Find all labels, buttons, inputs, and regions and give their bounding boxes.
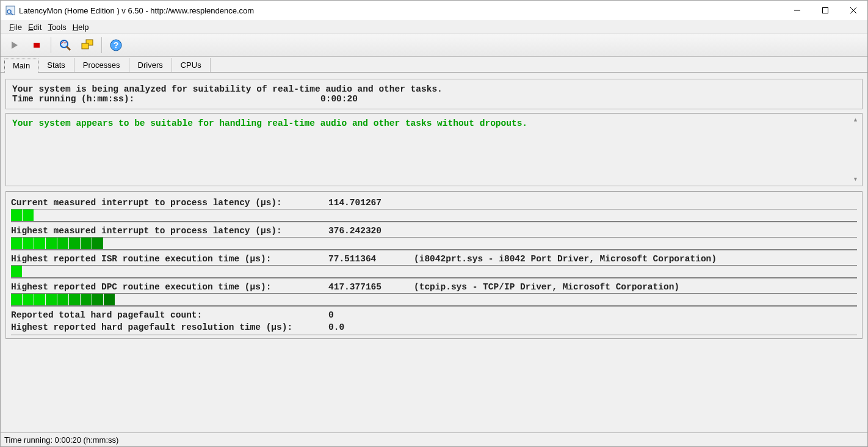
svg-rect-4	[823, 8, 828, 13]
metric-pagefault-time-label: Highest reported hard pagefault resoluti…	[11, 322, 328, 332]
header-panel: Your system is being analyzed for suitab…	[5, 79, 863, 109]
analysis-message: Your system is being analyzed for suitab…	[12, 84, 856, 94]
toolbar: ?	[1, 34, 867, 57]
metric-highest-latency-label: Highest measured interrupt to process la…	[11, 226, 328, 236]
computers-button[interactable]	[78, 36, 96, 54]
menu-edit[interactable]: Edit	[28, 23, 42, 32]
help-icon: ?	[109, 38, 123, 52]
tab-bar: Main Stats Processes Drivers CPUs	[1, 57, 867, 73]
progress-isr	[11, 265, 857, 278]
toolbar-separator	[101, 37, 102, 53]
time-running-value: 0:00:20	[320, 94, 358, 104]
magnifier-icon	[59, 38, 72, 52]
play-icon	[10, 40, 20, 50]
tab-cpus[interactable]: CPUs	[172, 58, 211, 72]
menu-help[interactable]: Help	[73, 23, 89, 32]
metric-dpc-detail: (tcpip.sys - TCP/IP Driver, Microsoft Co…	[414, 282, 857, 292]
close-icon	[850, 7, 856, 13]
status-message: Your system appears to be suitable for h…	[12, 118, 856, 128]
tab-processes[interactable]: Processes	[74, 58, 129, 72]
menubar: File Edit Tools Help	[1, 20, 867, 34]
metric-dpc-label: Highest reported DPC routine execution t…	[11, 282, 328, 292]
metric-pagefault-count-label: Reported total hard pagefault count:	[11, 310, 328, 320]
main-content: Your system is being analyzed for suitab…	[1, 73, 867, 432]
progress-pagefault	[11, 335, 857, 337]
scroll-down-button[interactable]: ▼	[850, 174, 861, 184]
help-button[interactable]: ?	[107, 36, 125, 54]
menu-file[interactable]: File	[9, 23, 22, 32]
statusbar: Time running: 0:00:20 (h:mm:ss)	[1, 432, 867, 446]
minimize-button[interactable]	[783, 1, 811, 20]
metric-isr-label: Highest reported ISR routine execution t…	[11, 254, 328, 264]
metrics-panel: Current measured interrupt to process la…	[5, 191, 863, 339]
status-panel: Your system appears to be suitable for h…	[5, 113, 863, 186]
metric-isr-value: 77.511364	[328, 254, 414, 264]
maximize-icon	[822, 7, 828, 13]
menu-tools[interactable]: Tools	[48, 23, 66, 32]
titlebar: LatencyMon (Home Edition ) v 6.50 - http…	[1, 1, 867, 20]
stop-button[interactable]	[27, 36, 46, 54]
progress-highest-latency	[11, 237, 857, 250]
toolbar-separator	[51, 37, 51, 53]
stop-icon	[32, 41, 41, 49]
svg-rect-12	[82, 43, 89, 49]
svg-line-10	[67, 46, 70, 50]
play-button[interactable]	[5, 36, 24, 54]
svg-marker-7	[12, 42, 18, 49]
screens-icon	[81, 38, 94, 52]
scroll-up-button[interactable]: ▲	[850, 115, 861, 125]
progress-dpc	[11, 293, 857, 307]
metric-dpc-value: 417.377165	[328, 282, 414, 292]
minimize-icon	[794, 7, 800, 13]
metric-pagefault-count-value: 0	[328, 310, 414, 320]
metric-highest-latency-value: 376.242320	[328, 226, 414, 236]
window-title: LatencyMon (Home Edition ) v 6.50 - http…	[19, 6, 783, 15]
maximize-button[interactable]	[811, 1, 839, 20]
tab-drivers[interactable]: Drivers	[129, 58, 172, 72]
close-button[interactable]	[839, 1, 867, 20]
analyze-button[interactable]	[56, 36, 74, 54]
metric-current-latency-value: 114.701267	[328, 198, 414, 208]
progress-current-latency	[11, 209, 857, 222]
tab-stats[interactable]: Stats	[38, 58, 74, 72]
metric-current-latency-label: Current measured interrupt to process la…	[11, 198, 328, 208]
tab-main[interactable]: Main	[4, 59, 38, 73]
statusbar-text: Time running: 0:00:20 (h:mm:ss)	[4, 435, 118, 445]
metric-pagefault-time-value: 0.0	[328, 322, 414, 332]
time-running-label: Time running (h:mm:ss):	[12, 94, 320, 104]
metric-isr-detail: (i8042prt.sys - i8042 Port Driver, Micro…	[414, 254, 857, 264]
app-icon	[5, 5, 15, 15]
svg-rect-8	[34, 43, 40, 48]
svg-text:?: ?	[114, 40, 119, 50]
